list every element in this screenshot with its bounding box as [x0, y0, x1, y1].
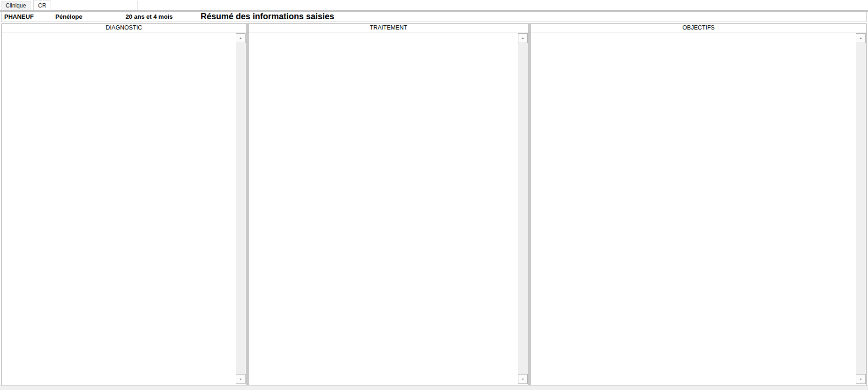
tab-cr[interactable]: CR: [33, 0, 51, 10]
window-bottom-strip: [0, 385, 868, 390]
page-title: Résumé des informations saisies: [201, 12, 334, 22]
traitement-scrollbar[interactable]: ▲ ▼: [518, 33, 528, 384]
scroll-down-button[interactable]: ▼: [236, 374, 246, 384]
patient-bar: PHANEUF Pénélope 20 ans et 4 mois Résumé…: [1, 12, 867, 22]
tab-strip: Clinique CR: [0, 0, 868, 10]
objectifs-scrollbar[interactable]: ▲ ▼: [856, 33, 866, 384]
patient-age: 20 ans et 4 mois: [126, 12, 172, 22]
scroll-up-button[interactable]: ▲: [518, 33, 528, 43]
tab-clinique[interactable]: Clinique: [1, 1, 30, 10]
scroll-down-icon: ▼: [859, 378, 862, 381]
column-header-objectifs: OBJECTIFS: [531, 24, 866, 32]
tab-strip-edge: [137, 1, 138, 10]
diagnostic-text: [3, 33, 235, 384]
scroll-down-icon: ▼: [521, 378, 524, 381]
column-header-traitement: TRAITEMENT: [249, 24, 528, 32]
traitement-text: [250, 33, 517, 384]
patient-first-name: Pénélope: [55, 12, 82, 22]
objectifs-text: [532, 33, 855, 384]
summary-body-row: ▲ ▼ ▲ ▼ ▲: [2, 32, 866, 385]
scroll-down-icon: ▼: [239, 378, 242, 381]
column-content-traitement: ▲ ▼: [249, 32, 528, 385]
diagnostic-scrollbar[interactable]: ▲ ▼: [236, 33, 246, 384]
summary-header-row: DIAGNOSTIC TRAITEMENT OBJECTIFS: [2, 24, 866, 32]
column-content-objectifs: ▲ ▼: [531, 32, 866, 385]
scroll-up-icon: ▲: [239, 37, 242, 40]
scroll-up-icon: ▲: [521, 37, 524, 40]
scroll-up-icon: ▲: [859, 37, 862, 40]
scroll-up-button[interactable]: ▲: [856, 33, 866, 43]
column-header-diagnostic: DIAGNOSTIC: [2, 24, 246, 32]
patient-last-name: PHANEUF: [4, 12, 34, 22]
scroll-down-button[interactable]: ▼: [856, 374, 866, 384]
summary-table: DIAGNOSTIC TRAITEMENT OBJECTIFS ▲ ▼ ▲: [1, 23, 867, 385]
column-content-diagnostic: ▲ ▼: [2, 32, 246, 385]
scroll-up-button[interactable]: ▲: [236, 33, 246, 43]
scroll-down-button[interactable]: ▼: [518, 374, 528, 384]
